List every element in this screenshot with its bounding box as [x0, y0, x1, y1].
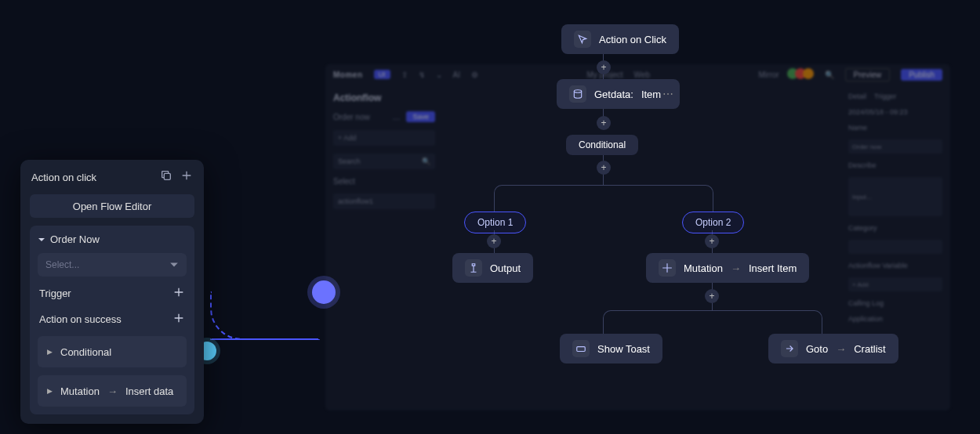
- chevron-down-icon: [169, 260, 179, 269]
- node-label: Conditional: [579, 139, 626, 150]
- node-option-2[interactable]: Option 2: [682, 212, 744, 233]
- node-label-sub: Item: [641, 89, 661, 100]
- arrow-icon: →: [836, 343, 846, 355]
- mutation-icon: [659, 259, 676, 277]
- node-mutation-insert[interactable]: Mutation → Insert Item: [646, 253, 809, 283]
- data-icon: [569, 85, 586, 103]
- chevron-right-icon: ▶: [47, 348, 53, 356]
- svg-point-0: [574, 90, 581, 93]
- add-node-button[interactable]: +: [487, 234, 501, 248]
- option-label: Option 2: [695, 217, 731, 228]
- panel-title: Action on click: [31, 172, 152, 183]
- open-flow-editor-button[interactable]: Open Flow Editor: [30, 194, 194, 218]
- group-header[interactable]: Order Now: [38, 233, 187, 245]
- group-title: Order Now: [50, 233, 100, 245]
- add-success-button[interactable]: [172, 312, 185, 327]
- item-label: Mutation: [60, 385, 100, 397]
- decorative-dot: [312, 280, 336, 304]
- select-dropdown[interactable]: Select...: [38, 253, 187, 277]
- node-conditional[interactable]: Conditional: [566, 135, 638, 155]
- chevron-right-icon: ▶: [47, 387, 53, 395]
- arrow-icon: →: [731, 262, 741, 274]
- add-node-button[interactable]: +: [705, 234, 719, 248]
- svg-rect-2: [164, 173, 170, 179]
- option-label: Option 1: [477, 217, 513, 228]
- node-option-1[interactable]: Option 1: [464, 212, 526, 233]
- add-node-button[interactable]: +: [597, 161, 611, 175]
- node-label: Mutation: [684, 262, 723, 274]
- item-sub-label: Insert data: [125, 385, 173, 397]
- add-node-button[interactable]: +: [597, 60, 611, 74]
- node-label: Getdata:: [594, 89, 633, 100]
- item-conditional[interactable]: ▶ Conditional: [38, 336, 187, 367]
- node-label: Show Toast: [597, 343, 650, 355]
- output-icon: [465, 259, 482, 277]
- item-label: Conditional: [60, 346, 111, 358]
- goto-icon: [781, 340, 798, 357]
- chevron-down-icon: [38, 236, 45, 244]
- arrow-icon: →: [107, 385, 118, 397]
- node-output[interactable]: Output: [452, 253, 533, 283]
- node-label: Goto: [806, 343, 828, 355]
- on-success-label: Action on success: [39, 313, 122, 325]
- node-action-on-click[interactable]: Action on Click: [561, 24, 679, 54]
- node-show-toast[interactable]: Show Toast: [560, 334, 662, 363]
- node-label-sub: Cratlist: [854, 343, 885, 355]
- more-icon[interactable]: ⋯: [662, 88, 673, 100]
- cursor-icon: [574, 31, 591, 48]
- node-label: Action on Click: [599, 34, 666, 45]
- node-label: Output: [490, 262, 521, 274]
- select-placeholder: Select...: [45, 259, 79, 270]
- add-icon[interactable]: [180, 169, 193, 185]
- copy-icon[interactable]: [160, 169, 172, 185]
- add-trigger-button[interactable]: [172, 286, 185, 301]
- item-mutation[interactable]: ▶ Mutation → Insert data: [38, 375, 187, 407]
- button-label: Open Flow Editor: [73, 201, 151, 212]
- trigger-label: Trigger: [39, 288, 71, 299]
- order-now-group: Order Now Select... Trigger Action on su…: [30, 226, 194, 414]
- action-panel: Action on click Open Flow Editor Order N…: [20, 160, 204, 424]
- node-goto[interactable]: Goto → Cratlist: [768, 334, 898, 363]
- node-label-sub: Insert Item: [749, 262, 797, 274]
- svg-rect-1: [577, 347, 586, 352]
- add-node-button[interactable]: +: [705, 289, 719, 303]
- node-getdata[interactable]: Getdata: Item ⋯: [557, 79, 680, 109]
- decorative-connector: [210, 338, 320, 340]
- toast-icon: [572, 340, 590, 357]
- add-node-button[interactable]: +: [597, 116, 611, 130]
